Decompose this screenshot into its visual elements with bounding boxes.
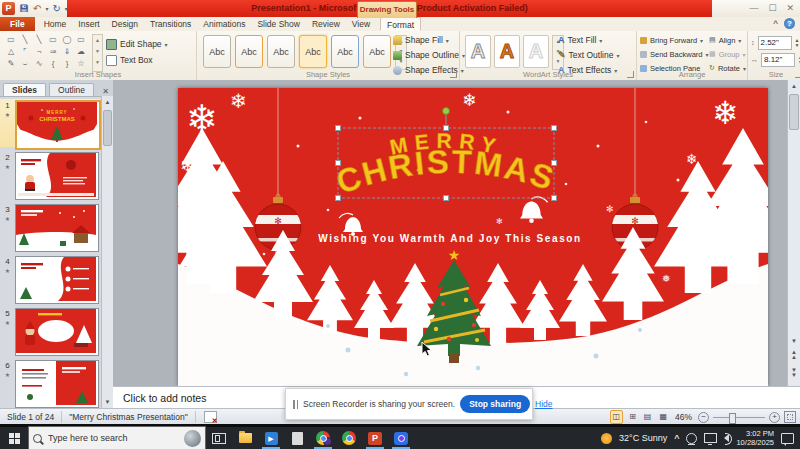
scrollbar-thumb[interactable] <box>103 110 112 146</box>
shape-icon[interactable]: ⇒ <box>46 46 60 58</box>
movies-tv-button[interactable]: ▶ <box>258 427 284 449</box>
shape-icon[interactable]: { <box>46 58 60 70</box>
chrome-secondary-button[interactable] <box>336 427 362 449</box>
tab-design[interactable]: Design <box>106 17 144 31</box>
scrollbar-thumb[interactable] <box>789 94 799 130</box>
undo-dropdown-icon[interactable]: ▾ <box>45 5 48 12</box>
tab-file[interactable]: File <box>0 17 35 31</box>
shape-icon[interactable]: } <box>60 58 74 70</box>
text-box-button[interactable]: Text Box <box>106 53 153 67</box>
close-button[interactable]: ✕ <box>786 2 794 14</box>
slide-canvas[interactable]: ❄ ❄ ❄ ❄ ❄ ❄ ❄ ❄ ✻✻ ✻❅ ❅+ <box>178 88 768 386</box>
shape-fill-button[interactable]: Shape Fill▾ <box>393 33 449 47</box>
shape-icon[interactable]: ☆ <box>74 58 88 70</box>
shape-icon[interactable]: ⇓ <box>60 46 74 58</box>
shape-icon[interactable]: ☁ <box>74 46 88 58</box>
scroll-up-icon[interactable]: ▲ <box>102 99 113 105</box>
clock[interactable]: 3:02 PM 10/28/2025 <box>736 429 774 447</box>
slide-thumbnail-6[interactable]: 6★ <box>0 359 100 407</box>
notification-center-icon[interactable] <box>781 433 794 444</box>
screen-recorder-button[interactable] <box>388 427 414 449</box>
start-button[interactable] <box>0 427 28 449</box>
slide-sorter-button[interactable]: ⊞ <box>627 411 638 423</box>
file-explorer-button[interactable] <box>232 427 258 449</box>
shape-style-thumb[interactable]: Abc <box>363 35 391 68</box>
zoom-slider-thumb[interactable] <box>729 413 736 424</box>
close-panel-icon[interactable]: ✕ <box>102 87 109 96</box>
slide-thumbnail-1[interactable]: 1★ MERRY CHRISTMAS <box>0 99 100 147</box>
shape-icon[interactable]: ¬ <box>32 46 46 58</box>
taskbar-search[interactable]: Type here to search <box>28 426 206 449</box>
zoom-in-button[interactable]: + <box>769 412 780 423</box>
slide-thumbnail-5[interactable]: 5★ <box>0 307 100 355</box>
collapse-ribbon-icon[interactable]: ^ <box>773 19 778 28</box>
dialog-launcher-icon[interactable] <box>795 71 800 78</box>
tab-slides[interactable]: Slides <box>3 83 46 96</box>
normal-view-button[interactable]: ◫ <box>610 410 624 424</box>
task-view-button[interactable] <box>206 427 232 449</box>
tab-transitions[interactable]: Transitions <box>144 17 197 31</box>
shape-style-thumb[interactable]: Abc <box>299 35 327 68</box>
shape-style-thumb[interactable]: Abc <box>235 35 263 68</box>
text-outline-button[interactable]: ✎ Text Outline▾ <box>558 48 619 62</box>
shape-icon[interactable]: ╲ <box>18 34 32 46</box>
stop-sharing-button[interactable]: Stop sharing <box>460 395 530 413</box>
tab-home[interactable]: Home <box>38 17 73 31</box>
slide-thumbnail-4[interactable]: 4★ <box>0 255 100 303</box>
redo-button[interactable]: ↻ <box>52 2 60 15</box>
spellcheck-icon[interactable]: ✕ <box>204 411 217 423</box>
shape-style-thumb[interactable]: Abc <box>331 35 359 68</box>
send-backward-button[interactable]: Send Backward▾ <box>640 47 709 61</box>
shape-icon[interactable]: ▭ <box>4 34 18 46</box>
zoom-out-button[interactable]: − <box>698 412 709 423</box>
slide-subtitle[interactable]: Wishing You Warmth And Joy This Season <box>318 233 582 244</box>
save-button[interactable]: 💾︎ <box>19 2 29 15</box>
fit-to-window-button[interactable] <box>784 411 796 423</box>
minimize-button[interactable]: — <box>749 2 758 14</box>
scroll-up-icon[interactable]: ▲ <box>788 83 800 89</box>
tab-outline[interactable]: Outline <box>49 83 94 96</box>
wordart-style-thumb[interactable]: A <box>523 35 549 68</box>
tab-view[interactable]: View <box>346 17 376 31</box>
maximize-button[interactable]: ☐ <box>768 2 776 14</box>
hidden-icons-chevron[interactable]: ^ <box>674 433 679 443</box>
reading-view-button[interactable]: ▤ <box>642 411 654 423</box>
bring-forward-button[interactable]: Bring Forward▾ <box>640 33 703 47</box>
dialog-launcher-icon[interactable] <box>450 71 457 78</box>
tab-format[interactable]: Format <box>380 17 421 31</box>
slides-panel-scrollbar[interactable]: ▲ ▼ <box>101 96 113 408</box>
height-stepper[interactable]: ▲▼ <box>795 38 800 48</box>
pause-icon[interactable] <box>293 400 298 409</box>
scroll-down-icon[interactable]: ▼ <box>788 338 800 344</box>
dialog-launcher-icon[interactable] <box>627 71 634 78</box>
text-fill-button[interactable]: A Text Fill▾ <box>558 33 602 47</box>
slide-thumbnail-3[interactable]: 3★ <box>0 203 100 251</box>
gray-app-button[interactable] <box>284 427 310 449</box>
shape-height-field[interactable]: ↕ 2.52" ▲▼ <box>751 36 799 50</box>
shape-outline-button[interactable]: Shape Outline▾ <box>393 48 465 62</box>
tab-review[interactable]: Review <box>306 17 346 31</box>
group-button[interactable]: ▩ Group▾ <box>709 47 746 61</box>
shape-icon[interactable]: ∿ <box>32 58 46 70</box>
hide-link[interactable]: Hide <box>535 399 552 409</box>
weather-sun-icon[interactable] <box>601 433 612 444</box>
network-icon[interactable] <box>704 433 717 443</box>
shape-width-field[interactable]: ↔ 8.12" ▲▼ <box>751 53 800 67</box>
shape-icon[interactable]: △ <box>4 46 18 58</box>
shape-style-thumb[interactable]: Abc <box>203 35 231 68</box>
chrome-button[interactable] <box>310 427 336 449</box>
slide-thumbnail-2[interactable]: 2★ <box>0 151 100 199</box>
undo-button[interactable]: ↶ <box>33 2 41 15</box>
shape-icon[interactable]: ⌜ <box>18 46 32 58</box>
align-button[interactable]: ▤ Align▾ <box>709 33 741 47</box>
shape-icon[interactable]: ╲ <box>32 34 46 46</box>
scroll-down-icon[interactable]: ▼ <box>102 399 113 405</box>
shape-gallery-scroll[interactable]: ▲▼▼ <box>92 34 103 72</box>
tab-insert[interactable]: Insert <box>72 17 105 31</box>
shape-icon[interactable]: ◯ <box>60 34 74 46</box>
meet-now-icon[interactable] <box>686 433 697 444</box>
help-button[interactable]: ? <box>784 18 795 29</box>
wordart-style-thumb[interactable]: A <box>494 35 520 68</box>
zoom-slider[interactable] <box>713 417 765 418</box>
weather-text[interactable]: 32°C Sunny <box>619 433 667 443</box>
